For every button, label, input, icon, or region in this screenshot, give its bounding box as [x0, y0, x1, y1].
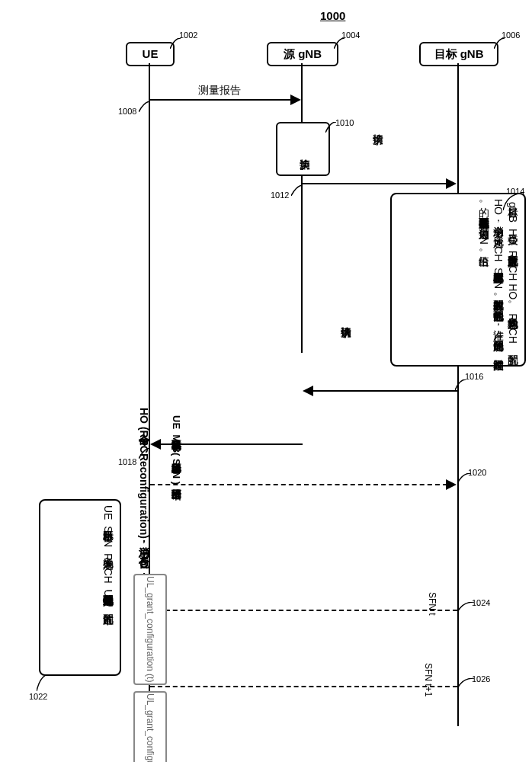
label-measurement-report: 测量报告 — [198, 84, 241, 98]
grant-t-box: UL_grant_configuration (t) — [133, 574, 167, 685]
arrow-ho-request — [303, 183, 447, 184]
arrow-ho-ack — [313, 390, 458, 392]
ref-measurement: 1008 — [118, 107, 136, 116]
ref-grant-t1: 1026 — [472, 674, 490, 684]
dashed-grant-t1 — [150, 686, 457, 687]
grant-t1-box: UL_grant_configuration (t+1) — [133, 691, 167, 762]
lifeline-source-gnb — [301, 63, 303, 353]
ue-note-box: UE 基于目标小区 SFN 来确定无 RACH 配置的有效性并且确定针对每个预先… — [39, 499, 121, 676]
arrow-head-ho-command — [150, 439, 161, 450]
label-sfn-t: SFN t — [427, 592, 437, 616]
arrow-head-measurement — [290, 94, 301, 105]
ref-ue-note: 1022 — [29, 692, 47, 701]
ref-ho-ack-real: 1016 — [465, 372, 483, 381]
arrow-head-ho-ack — [303, 386, 313, 396]
ref-grant-t: 1024 — [472, 598, 490, 607]
entity-ue-ref: 1002 — [179, 30, 197, 40]
diagram-id: 1000 — [320, 9, 345, 22]
arrow-measurement — [150, 99, 292, 101]
handover-decision-box: 切换决策 — [276, 122, 330, 176]
lifeline-target-gnb — [457, 63, 459, 726]
entity-target-gnb: 目标 gNB — [419, 42, 498, 66]
dashed-grant-t — [150, 610, 457, 611]
entity-ue: UE — [126, 42, 175, 66]
label-sfn-t1: SFN t+1 — [423, 663, 434, 696]
target-note-box: 目标 gNB 接受 HO 请求并且决定配置无 RACH HO。它构建包括无 RA… — [390, 193, 526, 367]
arrow-head-mib — [446, 479, 457, 490]
entity-source-gnb: 源 gNB — [267, 42, 338, 66]
ref-handover-decision: 1010 — [335, 118, 354, 127]
ref-ho-command: 1018 — [118, 457, 136, 466]
arrow-head-ho-request — [446, 178, 457, 189]
ref-ho-request: 1012 — [271, 190, 289, 200]
sequence-diagram: 1000 UE 1002 源 gNB 1004 目标 gNB 1006 测量报告… — [0, 0, 532, 762]
label-mib-read: UE 从目标小区获取 MIB(如果目标小区 SFN 已经不可用的话) — [169, 415, 183, 758]
dashed-mib — [150, 484, 447, 485]
